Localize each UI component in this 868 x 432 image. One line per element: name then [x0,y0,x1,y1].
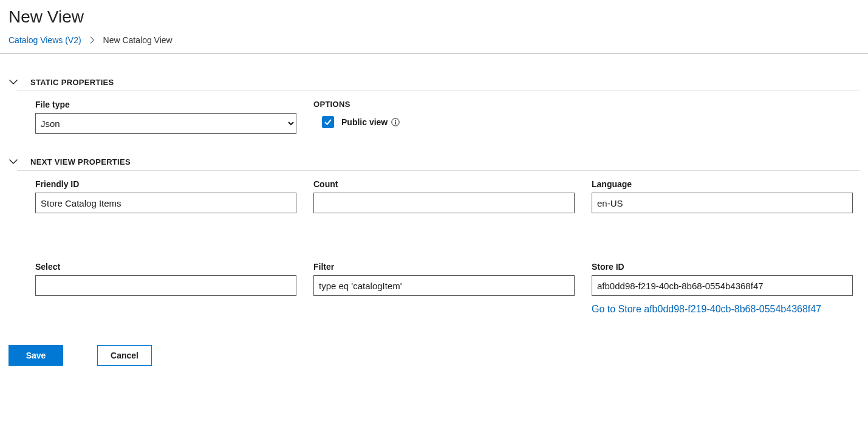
section-static-properties: STATIC PROPERTIES File type Json OPTIONS… [9,77,859,134]
breadcrumb: Catalog Views (V2) New Catalog View [9,35,859,53]
label-count: Count [313,179,575,189]
options-title: OPTIONS [313,100,575,109]
breadcrumb-link-catalog-views[interactable]: Catalog Views (V2) [9,35,81,45]
chevron-down-icon[interactable] [9,77,18,87]
options-block: OPTIONS Public view [313,100,575,134]
input-select[interactable] [35,275,296,296]
input-language[interactable] [592,193,853,213]
checkbox-public-view[interactable] [322,116,334,128]
header-divider [0,53,868,54]
input-filter[interactable] [313,275,575,296]
chevron-right-icon [90,36,95,44]
input-friendly-id[interactable] [35,193,296,213]
input-count[interactable] [313,193,575,213]
label-public-view: Public view [341,117,388,127]
chevron-down-icon[interactable] [9,157,18,166]
label-filter: Filter [313,262,575,272]
input-store-id[interactable] [592,275,853,296]
label-friendly-id: Friendly ID [35,179,296,189]
section-title-next-view: NEXT VIEW PROPERTIES [30,157,131,166]
label-select: Select [35,262,296,272]
field-friendly-id: Friendly ID [35,179,296,213]
label-store-id: Store ID [592,262,853,272]
section-title-static: STATIC PROPERTIES [30,78,114,87]
info-icon [391,118,400,126]
cancel-button[interactable]: Cancel [97,345,152,366]
field-language: Language [592,179,853,213]
field-file-type: File type Json [35,100,296,134]
label-file-type: File type [35,100,296,109]
field-store-id: Store ID Go to Store afb0dd98-f219-40cb-… [592,262,853,316]
breadcrumb-current: New Catalog View [103,35,173,45]
link-go-to-store[interactable]: Go to Store afb0dd98-f219-40cb-8b68-0554… [592,303,853,316]
field-select: Select [35,262,296,316]
field-filter: Filter [313,262,575,316]
save-button[interactable]: Save [9,345,63,366]
label-language: Language [592,179,853,189]
select-file-type[interactable]: Json [35,113,296,134]
page-title: New View [9,7,859,27]
field-count: Count [313,179,575,213]
svg-rect-2 [395,122,396,125]
svg-point-1 [395,120,396,121]
section-next-view-properties: NEXT VIEW PROPERTIES Friendly ID Count L… [9,157,859,316]
